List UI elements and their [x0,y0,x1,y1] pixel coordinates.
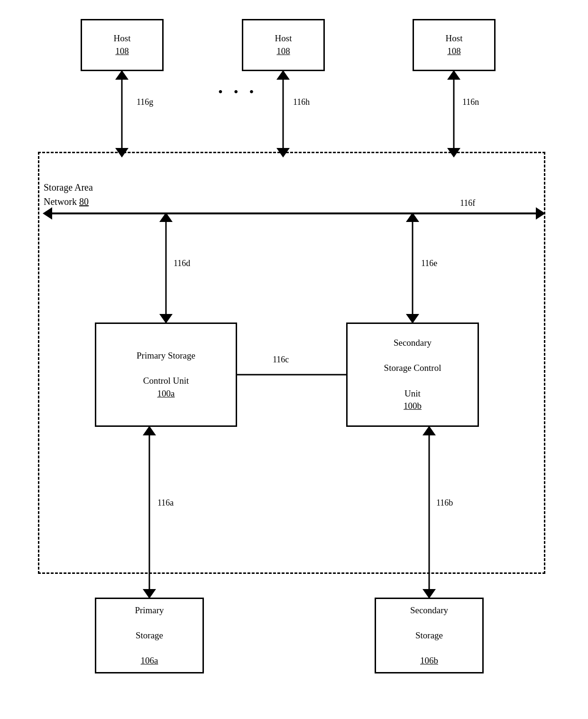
svg-marker-7 [447,70,460,80]
label-116f: 116f [460,198,475,208]
ellipsis-dots: • • • [218,84,257,100]
secondary-storage-box: Secondary Storage 106b [375,598,484,673]
primary-storage-box: Primary Storage 106a [95,598,204,673]
svg-marker-1 [115,70,129,80]
host-right-box: Host 108 [413,19,496,71]
host-mid-box: Host 108 [242,19,325,71]
host-left-box: Host 108 [81,19,164,71]
primary-cu-box: Primary Storage Control Unit 100a [95,323,237,427]
label-116a: 116a [157,498,174,508]
label-116b: 116b [436,498,453,508]
san-label: Storage Area Network 80 [44,180,93,209]
secondary-cu-box: Secondary Storage Control Unit 100b [346,323,479,427]
label-116e: 116e [421,258,437,268]
svg-marker-26 [423,589,436,599]
svg-marker-23 [143,589,156,599]
label-116h: 116h [293,97,310,107]
label-116c: 116c [273,355,289,365]
svg-marker-4 [276,70,290,80]
label-116n: 116n [462,97,479,107]
label-116g: 116g [137,97,153,107]
label-116d: 116d [174,258,190,268]
diagram-container: .thick-arrow { stroke: #000; stroke-widt… [33,14,555,702]
